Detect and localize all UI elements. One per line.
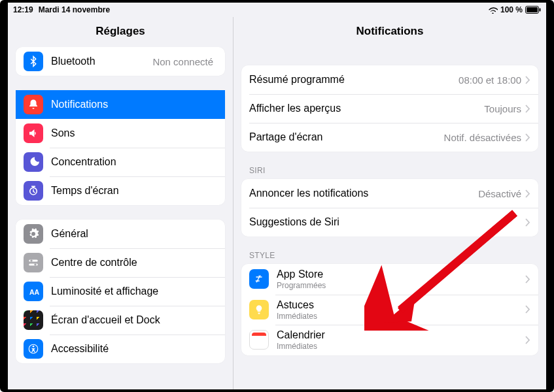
- chevron-right-icon: [525, 189, 530, 198]
- row-label: Sons: [51, 127, 217, 139]
- svg-point-9: [33, 346, 35, 348]
- sidebar-item-sounds[interactable]: Sons: [16, 119, 225, 148]
- row-label: Résumé programmé: [249, 73, 459, 86]
- chevron-right-icon: [525, 76, 530, 84]
- detail-scroll[interactable]: Résumé programmé 08:00 et 18:00 Afficher…: [234, 47, 546, 389]
- row-value: Notif. désactivées: [444, 132, 521, 143]
- controlcenter-icon: [24, 253, 43, 272]
- sidebar-item-display[interactable]: AA Luminosité et affichage: [16, 277, 225, 306]
- sidebar-title: Réglages: [8, 17, 233, 47]
- sidebar-item-screentime[interactable]: Temps d'écran: [16, 176, 225, 205]
- sidebar-scroll[interactable]: Bluetooth Non connecté Notifications: [8, 47, 233, 389]
- screentime-icon: [24, 181, 43, 201]
- row-label: Luminosité et affichage: [51, 285, 217, 297]
- gear-icon: [24, 224, 43, 244]
- status-battery-text: 100 %: [500, 5, 523, 14]
- row-label: Écran d'accueil et Dock: [51, 314, 217, 326]
- row-value: Non connecté: [152, 56, 213, 67]
- sidebar-item-notifications[interactable]: Notifications: [16, 90, 225, 119]
- row-screen-sharing[interactable]: Partage d'écran Notif. désactivées: [241, 123, 538, 152]
- row-label: Afficher les aperçus: [249, 102, 484, 114]
- row-label: Bluetooth: [51, 55, 152, 67]
- row-app-calendar[interactable]: Calendrier Immédiates: [241, 325, 538, 355]
- svg-point-6: [34, 263, 36, 265]
- sidebar-item-accessibility[interactable]: Accessibilité: [16, 335, 225, 363]
- detail-title: Notifications: [234, 17, 546, 47]
- row-label: Concentration: [51, 155, 217, 168]
- row-label: App Store: [277, 268, 525, 280]
- sidebar-item-bluetooth[interactable]: Bluetooth Non connecté: [16, 47, 225, 76]
- row-show-previews[interactable]: Afficher les aperçus Toujours: [241, 94, 538, 123]
- settings-sidebar: Réglages Bluetooth Non connecté: [8, 17, 234, 389]
- accessibility-icon: [24, 339, 43, 359]
- chevron-right-icon: [525, 218, 530, 227]
- svg-rect-1: [527, 7, 538, 12]
- sidebar-item-focus[interactable]: Concentration: [16, 148, 225, 176]
- svg-text:AA: AA: [29, 288, 39, 296]
- row-value: Désactivé: [478, 188, 521, 199]
- row-app-appstore[interactable]: App Store Programmées: [241, 264, 538, 295]
- row-value: 08:00 et 18:00: [459, 74, 521, 86]
- row-label: Temps d'écran: [51, 184, 217, 197]
- chevron-right-icon: [525, 305, 530, 314]
- sidebar-group-notifications: Notifications Sons Concentration: [16, 90, 225, 205]
- detail-group-siri: Annoncer les notifications Désactivé Sug…: [241, 179, 538, 237]
- tips-icon: [249, 300, 269, 319]
- section-header-style: STYLE: [241, 251, 538, 264]
- calendar-icon: [249, 330, 269, 350]
- sounds-icon: [24, 123, 43, 143]
- homescreen-icon: [24, 310, 43, 330]
- row-app-tips[interactable]: Astuces Immédiates: [241, 295, 538, 325]
- sidebar-item-homescreen[interactable]: Écran d'accueil et Dock: [16, 306, 225, 335]
- sidebar-item-controlcenter[interactable]: Centre de contrôle: [16, 248, 225, 277]
- sidebar-item-general[interactable]: Général: [16, 220, 225, 248]
- row-value: Toujours: [484, 103, 521, 114]
- row-label: Astuces: [277, 299, 525, 311]
- svg-rect-2: [540, 8, 541, 12]
- focus-icon: [24, 152, 43, 172]
- row-label: Partage d'écran: [249, 131, 444, 143]
- wifi-icon: [488, 7, 498, 14]
- svg-point-5: [30, 259, 32, 261]
- display-icon: AA: [24, 282, 43, 301]
- row-announce-notifications[interactable]: Annoncer les notifications Désactivé: [241, 179, 538, 208]
- row-label: Notifications: [51, 98, 217, 110]
- device-frame: 12:19 Mardi 14 novembre 100 % Réglages: [0, 0, 554, 392]
- row-sublabel: Immédiates: [277, 342, 525, 351]
- chevron-right-icon: [525, 275, 530, 284]
- row-sublabel: Immédiates: [277, 312, 525, 321]
- chevron-right-icon: [525, 336, 530, 344]
- battery-icon: [525, 6, 541, 14]
- notifications-icon: [24, 95, 43, 114]
- status-bar: 12:19 Mardi 14 novembre 100 %: [8, 3, 546, 17]
- appstore-icon: [249, 269, 269, 289]
- row-label: Suggestions de Siri: [249, 216, 525, 228]
- section-header-siri: SIRI: [241, 166, 538, 179]
- chevron-right-icon: [525, 133, 530, 142]
- row-siri-suggestions[interactable]: Suggestions de Siri: [241, 208, 538, 237]
- detail-group-style: App Store Programmées Astuces Immédiates: [241, 264, 538, 355]
- row-label: Général: [51, 227, 217, 240]
- row-label: Centre de contrôle: [51, 256, 217, 269]
- row-label: Calendrier: [277, 329, 525, 341]
- row-label: Accessibilité: [51, 342, 217, 355]
- bluetooth-icon: [24, 52, 43, 71]
- sidebar-group-general: Général Centre de contrôle AA Luminosité…: [16, 220, 225, 363]
- row-scheduled-summary[interactable]: Résumé programmé 08:00 et 18:00: [241, 65, 538, 94]
- detail-group-main: Résumé programmé 08:00 et 18:00 Afficher…: [241, 65, 538, 152]
- sidebar-group-connectivity: Bluetooth Non connecté: [16, 47, 225, 76]
- status-date: Mardi 14 novembre: [39, 5, 110, 14]
- chevron-right-icon: [525, 105, 530, 113]
- detail-pane: Notifications Résumé programmé 08:00 et …: [234, 17, 546, 389]
- status-time: 12:19: [13, 5, 33, 14]
- row-sublabel: Programmées: [277, 281, 525, 290]
- row-label: Annoncer les notifications: [249, 187, 478, 199]
